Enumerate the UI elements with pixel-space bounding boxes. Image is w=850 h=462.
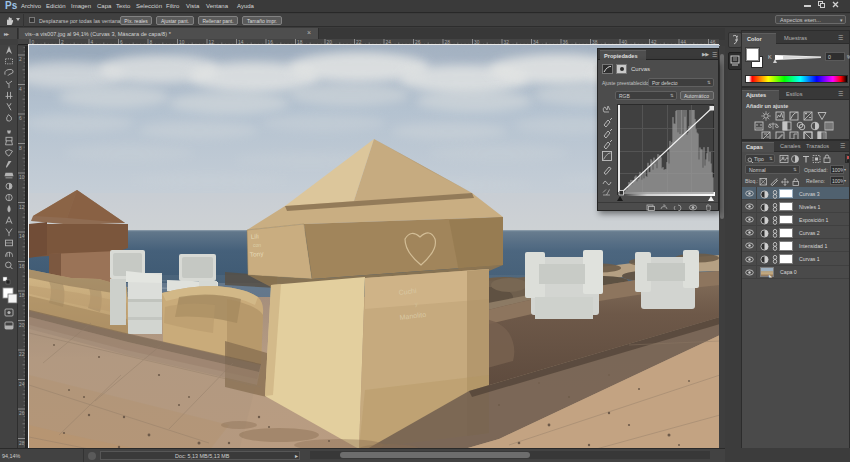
svg-text:20: 20: [19, 323, 25, 328]
svg-text:28: 28: [19, 441, 25, 446]
svg-text:4: 4: [19, 87, 22, 92]
svg-text:2: 2: [19, 57, 22, 62]
svg-text:24: 24: [19, 382, 25, 387]
svg-text:Lili: Lili: [250, 232, 259, 240]
svg-text:12: 12: [19, 205, 25, 210]
svg-text:22: 22: [19, 352, 25, 357]
svg-text:26: 26: [19, 411, 25, 416]
svg-text:18: 18: [19, 293, 25, 298]
svg-text:6: 6: [19, 116, 22, 121]
svg-text:14: 14: [19, 234, 25, 239]
svg-text:10: 10: [19, 175, 25, 180]
svg-text:16: 16: [19, 264, 25, 269]
svg-text:8: 8: [19, 146, 22, 151]
svg-text:con: con: [253, 242, 261, 248]
